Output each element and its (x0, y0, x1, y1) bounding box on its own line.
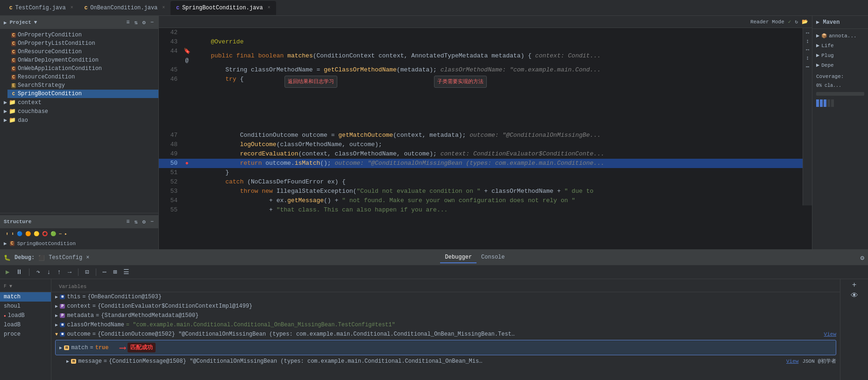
maven-deps[interactable]: ▶ Depe (812, 60, 868, 70)
maven-title: Maven (823, 19, 840, 26)
maven-lifecycle[interactable]: ▶ Life (812, 41, 868, 50)
tab-close-onbean[interactable]: × (162, 5, 165, 10)
struct-close-icon[interactable]: − (149, 218, 155, 226)
maven-life-label: Life (821, 43, 833, 49)
dropdown-icon[interactable]: ▼ (34, 20, 37, 25)
sidebar-item-context[interactable]: ▶ 📁 context (0, 98, 158, 107)
debug-config-name: TestConfig (49, 254, 82, 261)
struct-item-label: SpringBootCondition (17, 241, 76, 246)
var-row-context[interactable]: ▶ P context = {ConditionEvaluator$Condit… (51, 302, 840, 311)
code-line-55: 55 + "that class. This can also happen i… (159, 205, 812, 215)
debug-settings-icon[interactable]: ⚙ (861, 254, 864, 262)
sidebar-item-couchbase[interactable]: ▶ 📁 couchbase (0, 107, 158, 116)
toolbar-btn-list[interactable]: ☰ (121, 267, 131, 277)
code-editor[interactable]: 42 43 @Override 44 🔖 (159, 28, 812, 249)
stack-shoul-label: shoul (4, 303, 21, 310)
collapse-all-icon[interactable]: ≡ (125, 18, 130, 27)
add-watch-icon[interactable]: + (852, 281, 857, 289)
step-out-icon[interactable]: ↑ (55, 267, 63, 277)
var-val-context: {ConditionEvaluator$ConditionContextImpl… (98, 303, 252, 310)
debug-stack-loadb2[interactable]: loadB (0, 320, 51, 330)
reader-mode-bar: Reader Mode ✓ ↻ 📂 (159, 16, 812, 28)
close-sidebar-icon[interactable]: − (149, 18, 155, 27)
expand-all-icon[interactable]: ⇅ (133, 18, 138, 27)
tab-close-springboot[interactable]: × (268, 5, 270, 10)
tab-testconfig[interactable]: C TestConfig.java × (4, 1, 79, 15)
step-over-icon[interactable]: ↷ (34, 267, 42, 277)
sidebar-item-onresource[interactable]: C OnResourceCondition (7, 48, 158, 56)
sidebar-item-onproperty[interactable]: C OnPropertyCondition (7, 31, 158, 39)
toolbar-sep-3 (96, 268, 96, 276)
var-row-outcome[interactable]: ▼ ■ outcome = {ConditionOutcome@1502} "@… (51, 330, 840, 339)
watch-icon[interactable]: 👁 (851, 291, 858, 300)
var-expand-msg-icon[interactable]: ▶ (66, 359, 69, 364)
step-into-icon[interactable]: ↓ (45, 267, 52, 277)
folder-open-icon[interactable]: 📂 (802, 19, 808, 25)
gutter-icon-4[interactable]: ↕ (806, 55, 809, 62)
refresh-icon[interactable]: ↻ (795, 19, 798, 25)
struct-settings-icon[interactable]: ⚙ (142, 218, 147, 226)
var-name-meta: metadata (67, 312, 94, 319)
item-icon-e1: E (11, 83, 16, 88)
var-expand-this-icon[interactable]: ▶ (55, 294, 58, 300)
struct-sort2-icon[interactable]: ⇅ (133, 218, 138, 226)
console-tab[interactable]: Console (477, 252, 509, 263)
code-line-52: 52 catch (NoClassDefFoundError ex) { (159, 177, 812, 187)
var-icon-meta: P (60, 313, 65, 318)
tab-close-testconfig[interactable]: × (71, 5, 73, 10)
tab-label-onbean: OnBeanCondition.java (90, 5, 157, 11)
evaluate-icon[interactable]: ⊡ (83, 267, 91, 277)
sidebar-header: ▶ Project ▼ ≡ ⇅ ⚙ − (0, 16, 158, 29)
debug-stack-proce[interactable]: proce (0, 330, 51, 339)
sidebar-item-springboot[interactable]: C SpringBootCondition (7, 90, 158, 98)
coverage-label-text: Coverage: (812, 72, 868, 81)
var-row-message[interactable]: ▶ m message = {ConditionMessage@1508} "@… (63, 356, 840, 366)
tab-icon-onbean: C (85, 5, 88, 11)
debugger-tab[interactable]: Debugger (440, 252, 477, 263)
tab-springbootcondition[interactable]: C SpringBootCondition.java × (171, 1, 276, 15)
var-row-match[interactable]: ▶ m match = true ⟶ 匹配成功 (55, 340, 836, 355)
view-outcome-link[interactable]: View (824, 331, 836, 337)
sidebar-item-search[interactable]: E SearchStrategy (7, 81, 158, 90)
debug-stack-loadb1[interactable]: loadB (0, 311, 51, 320)
sidebar-item-dao[interactable]: ▶ 📁 dao (0, 116, 158, 125)
sidebar-item-onpropertylist[interactable]: C OnPropertyListCondition (7, 39, 158, 48)
var-row-classormethod[interactable]: ▶ ■ classOrMethodName = "com.example.mai… (51, 320, 840, 330)
run-to-cursor-icon[interactable]: → (66, 267, 73, 277)
folder-icon-couch: 📁 (9, 108, 16, 115)
var-row-metadata[interactable]: ▶ P metadata = {StandardMethodMetadata@1… (51, 311, 840, 320)
debug-config-close-icon[interactable]: × (86, 254, 89, 261)
var-expand-context-icon[interactable]: ▶ (55, 303, 58, 309)
var-expand-match-icon[interactable]: ▶ (59, 345, 62, 351)
gutter-icon-1[interactable]: ↔ (806, 30, 809, 36)
var-icon-class: ■ (60, 323, 65, 327)
struct-sort1-icon[interactable]: ≡ (125, 218, 130, 226)
sidebar-tree: C OnPropertyCondition C OnPropertyListCo… (0, 29, 158, 213)
gutter-icon-3[interactable]: ↔ (806, 47, 809, 53)
debug-tabs: Debugger Console (440, 252, 509, 263)
sidebar-item-resource[interactable]: C ResourceCondition (7, 73, 158, 81)
tab-onbeancondition[interactable]: C OnBeanCondition.java × (79, 1, 171, 15)
debug-stack-shoul[interactable]: shoul (0, 302, 51, 311)
settings-icon[interactable]: ⚙ (142, 18, 147, 27)
project-arrow-icon: ▶ (4, 20, 7, 26)
debug-stack-match[interactable]: match (0, 292, 51, 302)
maven-annotations[interactable]: ▶ 📦 annota... (812, 31, 868, 41)
var-expand-meta-icon[interactable]: ▶ (55, 313, 58, 318)
toolbar-btn-grid[interactable]: ⊞ (111, 267, 119, 277)
var-icon-match: m (64, 345, 69, 350)
var-expand-outcome-icon[interactable]: ▼ (55, 332, 58, 337)
pause-icon[interactable]: ⏸ (14, 267, 24, 277)
gutter-icon-2[interactable]: ↕ (806, 38, 809, 45)
var-expand-class-icon[interactable]: ▶ (55, 322, 58, 328)
var-row-this[interactable]: ▶ ■ this = {OnBeanCondition@1503} (51, 292, 840, 302)
folder-expand-context: ▶ (4, 99, 7, 106)
gutter-icon-5[interactable]: ⋯ (806, 63, 809, 70)
resume-icon[interactable]: ▶ (4, 267, 11, 277)
maven-plugins[interactable]: ▶ Plug (812, 50, 868, 60)
view-msg-link[interactable]: View (786, 359, 798, 364)
sidebar-item-onwar[interactable]: C OnWarDeploymentCondition (7, 56, 158, 64)
sidebar-item-onweb[interactable]: C OnWebApplicationCondition (7, 64, 158, 73)
more-icon[interactable]: ⋯ (101, 267, 108, 277)
structure-actions: ≡ ⇅ ⚙ − (125, 218, 155, 226)
